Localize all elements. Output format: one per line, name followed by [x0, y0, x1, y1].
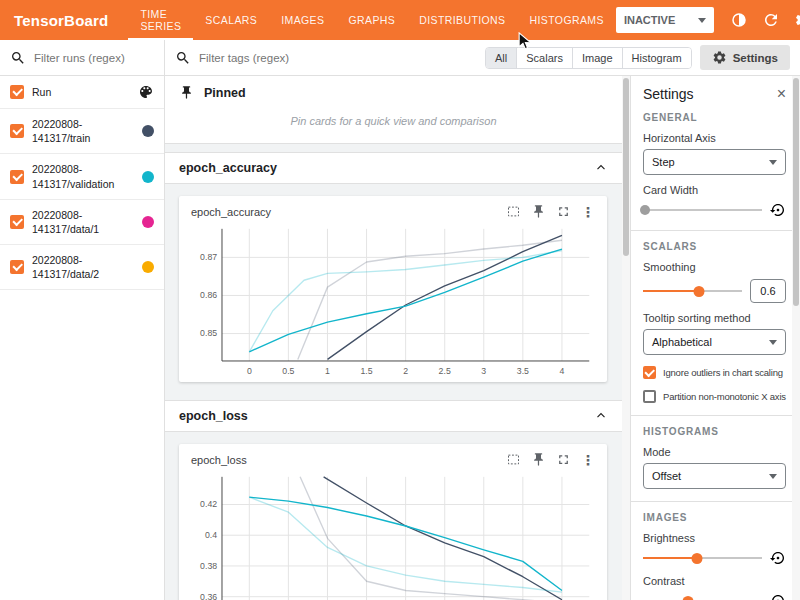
smoothing-slider[interactable] — [643, 284, 742, 298]
run-checkbox-train[interactable] — [10, 124, 24, 138]
run-checkbox-data-2[interactable] — [10, 260, 24, 274]
main-nav: TIME SERIES SCALARS IMAGES GRAPHS DISTRI… — [128, 0, 615, 40]
pinned-section: Pinned Pin cards for a quick view and co… — [165, 76, 622, 144]
close-icon[interactable]: × — [777, 86, 786, 102]
tab-images[interactable]: IMAGES — [269, 0, 336, 40]
section-epoch-loss[interactable]: epoch_loss — [165, 400, 622, 432]
slider-thumb[interactable] — [683, 596, 694, 600]
brightness-slider[interactable] — [643, 551, 762, 565]
runs-sidebar: Run 20220808-141317/train 20220808-14131… — [0, 40, 165, 600]
tab-histograms[interactable]: HISTOGRAMS — [517, 0, 615, 40]
select-all-runs-checkbox[interactable] — [10, 85, 24, 99]
refresh-icon[interactable] — [756, 5, 786, 35]
run-color-dot — [142, 171, 154, 183]
reload-status-dropdown[interactable]: INACTIVE — [616, 7, 714, 33]
pin-icon — [179, 85, 194, 100]
filter-chip-image[interactable]: Image — [573, 48, 623, 68]
slider-fill — [643, 290, 699, 292]
filter-runs-input[interactable] — [34, 52, 154, 64]
reset-icon[interactable] — [770, 550, 786, 566]
fullscreen-icon[interactable] — [556, 204, 571, 219]
search-icon — [10, 50, 26, 66]
pinned-header: Pinned — [165, 76, 622, 109]
chevron-up-icon[interactable] — [594, 161, 608, 175]
pinned-title: Pinned — [204, 86, 246, 100]
brightness-row — [643, 550, 786, 566]
run-checkbox-validation[interactable] — [10, 170, 24, 184]
settings-panel-header: Settings × — [643, 86, 786, 102]
filter-chip-all[interactable]: All — [486, 48, 517, 68]
fit-domain-icon[interactable] — [506, 204, 521, 219]
section-epoch-accuracy[interactable]: epoch_accuracy — [165, 152, 622, 184]
partition-x-axis-row: Partition non-monotonic X axis — [643, 390, 786, 403]
gear-icon[interactable] — [788, 5, 800, 35]
card-title: epoch_loss — [191, 454, 506, 466]
tab-distributions[interactable]: DISTRIBUTIONS — [407, 0, 517, 40]
main-scrollbar[interactable] — [622, 76, 630, 600]
slider-thumb[interactable] — [691, 553, 702, 564]
partition-x-axis-label: Partition non-monotonic X axis — [663, 391, 786, 402]
slider-thumb[interactable] — [694, 286, 705, 297]
filter-tags-input[interactable] — [199, 52, 477, 64]
chevron-down-icon — [769, 340, 777, 345]
card-width-label: Card Width — [643, 184, 786, 196]
tags-toolbar: All Scalars Image Histogram Settings — [165, 40, 800, 76]
svg-text:0.38: 0.38 — [200, 561, 217, 571]
app-logo: TensorBoard — [14, 12, 108, 29]
smoothing-value-input[interactable] — [750, 279, 786, 303]
scrollbar-thumb[interactable] — [623, 78, 629, 256]
divider — [631, 230, 800, 231]
cards-panel: Pinned Pin cards for a quick view and co… — [165, 76, 630, 600]
pin-card-icon[interactable] — [531, 452, 546, 467]
horizontal-axis-value: Step — [652, 156, 675, 168]
chevron-down-icon — [769, 160, 777, 165]
pin-card-icon[interactable] — [531, 204, 546, 219]
content-area: Run 20220808-141317/train 20220808-14131… — [0, 40, 800, 600]
histogram-mode-select[interactable]: Offset — [643, 463, 786, 489]
epoch-accuracy-chart[interactable]: 00.511.522.533.540.850.860.87 — [187, 223, 599, 378]
smoothing-row — [643, 279, 786, 303]
fullscreen-icon[interactable] — [556, 452, 571, 467]
tooltip-sorting-value: Alphabetical — [652, 336, 712, 348]
slider-track[interactable] — [643, 209, 762, 211]
theme-toggle-icon[interactable] — [724, 5, 754, 35]
epoch-loss-chart[interactable]: 00.511.522.533.540.360.380.40.42 — [187, 471, 599, 600]
scalar-card-epoch-loss: epoch_loss ⋮ 00.511.522.533.540.360.380.… — [179, 444, 607, 600]
settings-scrollbar[interactable] — [792, 76, 800, 600]
svg-text:3: 3 — [481, 366, 486, 376]
scrollbar-thumb[interactable] — [793, 78, 799, 306]
tag-type-filter-group: All Scalars Image Histogram — [485, 47, 692, 69]
histograms-heading: HISTOGRAMS — [643, 426, 786, 437]
svg-text:2: 2 — [403, 366, 408, 376]
reset-icon[interactable] — [770, 593, 786, 600]
svg-text:0.36: 0.36 — [200, 592, 217, 600]
contrast-slider[interactable] — [643, 594, 762, 600]
fit-domain-icon[interactable] — [506, 452, 521, 467]
section-title: epoch_accuracy — [179, 161, 277, 175]
more-options-icon[interactable]: ⋮ — [581, 205, 595, 219]
palette-icon[interactable] — [138, 84, 154, 100]
horizontal-axis-select[interactable]: Step — [643, 149, 786, 175]
tab-time-series[interactable]: TIME SERIES — [128, 0, 193, 40]
tab-graphs[interactable]: GRAPHS — [336, 0, 407, 40]
run-label: 20220808-141317/train — [32, 117, 134, 145]
reset-icon[interactable] — [770, 202, 786, 218]
scalars-heading: SCALARS — [643, 241, 786, 252]
top-header: TensorBoard TIME SERIES SCALARS IMAGES G… — [0, 0, 800, 40]
smoothing-label: Smoothing — [643, 261, 786, 273]
ignore-outliers-checkbox[interactable] — [643, 366, 656, 379]
tab-scalars[interactable]: SCALARS — [193, 0, 269, 40]
run-checkbox-data-1[interactable] — [10, 215, 24, 229]
filter-chip-histogram[interactable]: Histogram — [623, 48, 691, 68]
chevron-up-icon[interactable] — [594, 409, 608, 423]
card-width-slider[interactable] — [643, 203, 762, 217]
more-options-icon[interactable]: ⋮ — [581, 453, 595, 467]
tooltip-sorting-select[interactable]: Alphabetical — [643, 329, 786, 355]
run-color-dot — [142, 216, 154, 228]
filter-chip-scalars[interactable]: Scalars — [517, 48, 573, 68]
horizontal-axis-label: Horizontal Axis — [643, 132, 786, 144]
settings-button[interactable]: Settings — [700, 45, 790, 70]
slider-thumb[interactable] — [640, 205, 650, 215]
run-color-dot — [142, 125, 154, 137]
partition-x-axis-checkbox[interactable] — [643, 390, 656, 403]
